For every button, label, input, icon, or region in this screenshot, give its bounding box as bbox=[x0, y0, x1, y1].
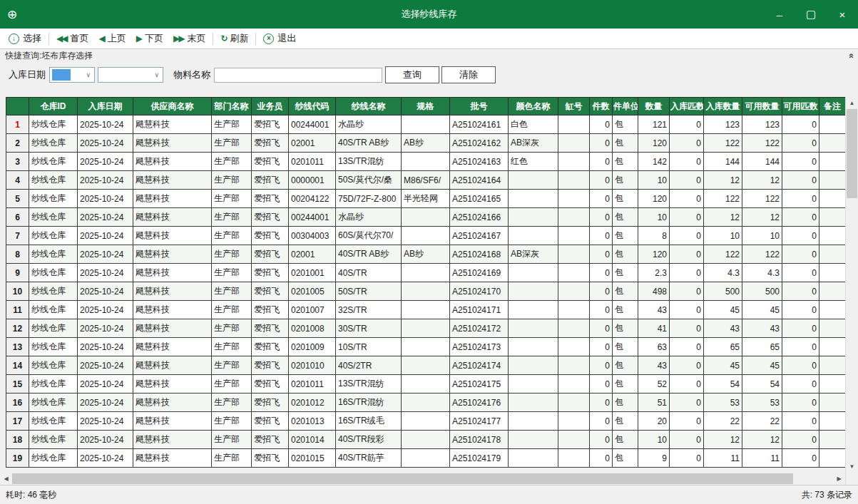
column-header[interactable]: 供应商名称 bbox=[133, 98, 212, 115]
table-row[interactable]: 2纱线仓库2025-10-24飓慧科技生产部爱招飞0200140S/TR AB纱… bbox=[6, 134, 846, 153]
horizontal-scrollbar[interactable]: ◀ ▶ bbox=[0, 473, 858, 485]
column-header[interactable]: 入库日期 bbox=[78, 98, 133, 115]
cell: 包 bbox=[613, 301, 638, 319]
column-header[interactable]: 纱线代码 bbox=[289, 98, 336, 115]
column-header[interactable]: 数量 bbox=[638, 98, 670, 115]
cell: 20 bbox=[638, 412, 670, 431]
column-header[interactable]: 可用匹数 bbox=[782, 98, 819, 115]
first-page-button[interactable]: ◀◀ 首页 bbox=[51, 30, 93, 47]
close-button[interactable]: × bbox=[827, 0, 858, 29]
row-number: 1 bbox=[6, 115, 29, 134]
table-row[interactable]: 18纱线仓库2025-10-24飓慧科技生产部爱招飞020101440S/TR段… bbox=[6, 431, 846, 449]
cell: 13S/TR混纺 bbox=[336, 375, 402, 394]
column-header[interactable]: 件单位 bbox=[613, 98, 638, 115]
next-page-button[interactable]: ▶ 下页 bbox=[131, 30, 168, 47]
cell: 生产部 bbox=[212, 449, 252, 468]
grid-area: 仓库ID入库日期供应商名称部门名称业务员纱线代码纱线名称规格批号颜色名称缸号件数… bbox=[0, 97, 858, 473]
material-name-label: 物料名称 bbox=[173, 68, 210, 81]
cell: 0 bbox=[782, 449, 819, 468]
column-header[interactable]: 入库数量 bbox=[704, 98, 742, 115]
cell: 0 bbox=[590, 208, 613, 227]
cell: 0 bbox=[670, 301, 704, 319]
cell: 10S/TR bbox=[336, 338, 402, 356]
column-header[interactable]: 缸号 bbox=[558, 98, 590, 115]
scroll-up-icon[interactable]: ▲ bbox=[846, 97, 858, 109]
cell: A251024177 bbox=[450, 412, 509, 431]
cell: 包 bbox=[613, 338, 638, 356]
column-header[interactable]: 纱线名称 bbox=[336, 98, 402, 115]
cell: 0 bbox=[670, 171, 704, 190]
cell: 0201012 bbox=[289, 394, 336, 412]
maximize-button[interactable]: ▢ bbox=[795, 0, 827, 29]
cell: AB深灰 bbox=[509, 134, 558, 153]
clear-button[interactable]: 清除 bbox=[441, 66, 496, 83]
cell: 飓慧科技 bbox=[133, 134, 212, 153]
cell: 纱线仓库 bbox=[29, 412, 78, 431]
table-row[interactable]: 1纱线仓库2025-10-24飓慧科技生产部爱招飞00244001水晶纱A251… bbox=[6, 115, 846, 134]
table-row[interactable]: 12纱线仓库2025-10-24飓慧科技生产部爱招飞020100830S/TRA… bbox=[6, 319, 846, 338]
query-button[interactable]: 查询 bbox=[385, 66, 439, 83]
cell: 2025-10-24 bbox=[78, 449, 133, 468]
table-row[interactable]: 19纱线仓库2025-10-24飓慧科技生产部爱招飞020101540S/TR筋… bbox=[6, 449, 846, 468]
exit-button[interactable]: × 退出 bbox=[258, 30, 301, 47]
table-row[interactable]: 7纱线仓库2025-10-24飓慧科技生产部爱招飞0030400360S/莫代尔… bbox=[6, 227, 846, 245]
cell: 纱线仓库 bbox=[29, 338, 78, 356]
column-header[interactable]: 业务员 bbox=[252, 98, 289, 115]
cell: A251024174 bbox=[450, 356, 509, 375]
table-row[interactable]: 9纱线仓库2025-10-24飓慧科技生产部爱招飞020100140S/TRA2… bbox=[6, 264, 846, 282]
cell: 爱招飞 bbox=[252, 431, 289, 449]
scroll-right-icon[interactable]: ▶ bbox=[833, 473, 845, 485]
refresh-button[interactable]: ↻ 刷新 bbox=[215, 30, 253, 47]
cell: 爱招飞 bbox=[252, 134, 289, 153]
last-page-button[interactable]: ▶▶ 末页 bbox=[168, 30, 210, 47]
table-row[interactable]: 3纱线仓库2025-10-24飓慧科技生产部爱招飞020101113S/TR混纺… bbox=[6, 153, 846, 171]
cell: A251024173 bbox=[450, 338, 509, 356]
table-row[interactable]: 17纱线仓库2025-10-24飓慧科技生产部爱招飞020101316S/TR绒… bbox=[6, 412, 846, 431]
cell: 122 bbox=[742, 245, 782, 264]
row-number: 6 bbox=[6, 208, 29, 227]
table-row[interactable]: 10纱线仓库2025-10-24飓慧科技生产部爱招飞020100550S/TRA… bbox=[6, 282, 846, 301]
table-row[interactable]: 4纱线仓库2025-10-24飓慧科技生产部爱招飞000000150S/莫代尔/… bbox=[6, 171, 846, 190]
cell: 飓慧科技 bbox=[133, 375, 212, 394]
date-to-dropdown[interactable]: ∨ bbox=[98, 67, 163, 83]
column-header[interactable]: 可用数量 bbox=[742, 98, 782, 115]
column-header[interactable]: 颜色名称 bbox=[509, 98, 558, 115]
cell: 纱线仓库 bbox=[29, 208, 78, 227]
material-name-input[interactable] bbox=[214, 68, 382, 83]
column-header[interactable]: 备注 bbox=[819, 98, 846, 115]
vertical-scrollbar[interactable]: ▲ ▼ bbox=[845, 97, 858, 473]
collapse-panel-icon[interactable]: » bbox=[845, 53, 856, 58]
select-button[interactable]: ↓ 选择 bbox=[4, 30, 46, 47]
cell bbox=[509, 227, 558, 245]
column-header[interactable]: 件数 bbox=[590, 98, 613, 115]
table-row[interactable]: 5纱线仓库2025-10-24飓慧科技生产部爱招飞0020412275D/72F… bbox=[6, 190, 846, 208]
row-number: 2 bbox=[6, 134, 29, 153]
vertical-scrollbar-thumb[interactable] bbox=[847, 109, 857, 198]
minimize-button[interactable]: – bbox=[764, 0, 795, 29]
date-from-dropdown[interactable]: ∨ bbox=[49, 67, 95, 83]
cell: A251024165 bbox=[450, 190, 509, 208]
cell: 120 bbox=[638, 245, 670, 264]
table-row[interactable]: 16纱线仓库2025-10-24飓慧科技生产部爱招飞020101216S/TR混… bbox=[6, 394, 846, 412]
table-row[interactable]: 14纱线仓库2025-10-24飓慧科技生产部爱招飞020101040S/2TR… bbox=[6, 356, 846, 375]
column-header[interactable]: 部门名称 bbox=[212, 98, 252, 115]
toolbar-separator bbox=[48, 33, 49, 45]
scroll-down-icon[interactable]: ▼ bbox=[846, 461, 858, 473]
cell: 0201008 bbox=[289, 319, 336, 338]
cell: 飓慧科技 bbox=[133, 412, 212, 431]
prev-page-button[interactable]: ◀ 上页 bbox=[93, 30, 131, 47]
table-row[interactable]: 11纱线仓库2025-10-24飓慧科技生产部爱招飞020100732S/TRA… bbox=[6, 301, 846, 319]
horizontal-scrollbar-thumb[interactable] bbox=[12, 473, 793, 484]
table-row[interactable]: 6纱线仓库2025-10-24飓慧科技生产部爱招飞00244001水晶纱A251… bbox=[6, 208, 846, 227]
cell: 0 bbox=[670, 227, 704, 245]
scroll-left-icon[interactable]: ◀ bbox=[0, 473, 12, 485]
table-row[interactable]: 15纱线仓库2025-10-24飓慧科技生产部爱招飞020101113S/TR混… bbox=[6, 375, 846, 394]
column-header[interactable]: 规格 bbox=[402, 98, 450, 115]
column-header[interactable]: 入库匹数 bbox=[670, 98, 704, 115]
cell: 0 bbox=[670, 282, 704, 301]
column-header[interactable]: 批号 bbox=[450, 98, 509, 115]
table-row[interactable]: 13纱线仓库2025-10-24飓慧科技生产部爱招飞020100910S/TRA… bbox=[6, 338, 846, 356]
table-row[interactable]: 8纱线仓库2025-10-24飓慧科技生产部爱招飞0200140S/TR AB纱… bbox=[6, 245, 846, 264]
cell: 2025-10-24 bbox=[78, 319, 133, 338]
column-header[interactable]: 仓库ID bbox=[29, 98, 78, 115]
